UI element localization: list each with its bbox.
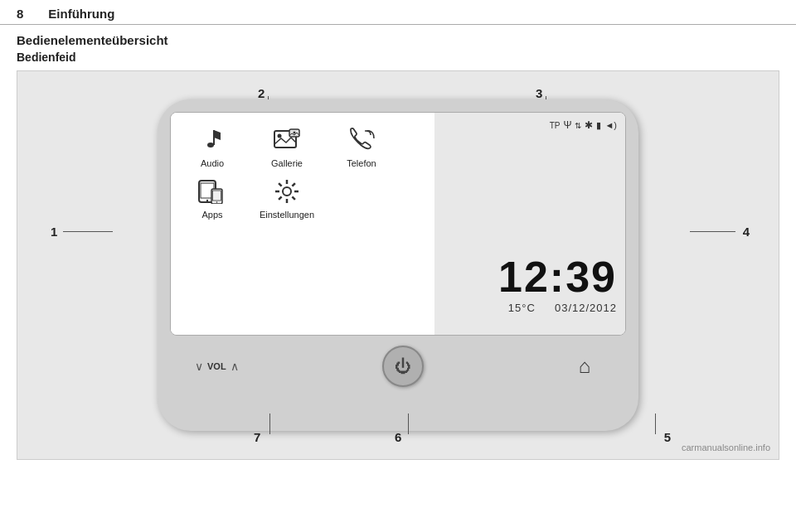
vol-down-icon[interactable]: ∨ <box>195 360 203 373</box>
annotation-2: 2 <box>258 86 265 100</box>
clock-area: 12:39 15°C 03/12/2012 <box>498 255 617 314</box>
page-chapter: Einführung <box>48 7 114 21</box>
annotation-6: 6 <box>395 430 401 444</box>
section-title: Bedienelementeübersicht <box>0 25 796 49</box>
gallery-icon <box>273 125 301 155</box>
home-icon: ⌂ <box>579 355 591 378</box>
annotation-1: 1 <box>51 225 57 239</box>
status-arrows: ⇅ <box>575 121 581 130</box>
page-wrapper: 8 Einführung Bedienelementeübersicht Bed… <box>0 0 796 460</box>
status-signal: Ψ <box>563 119 571 131</box>
vol-control[interactable]: ∨ VOL ∧ <box>195 360 239 373</box>
page-number: 8 <box>17 7 23 21</box>
apps-icon <box>198 177 226 206</box>
annotation-7: 7 <box>254 430 260 444</box>
svg-point-7 <box>206 200 208 201</box>
apps-label: Apps <box>201 210 222 220</box>
settings-icon <box>274 177 300 206</box>
annotation-5: 5 <box>664 430 671 444</box>
vol-label: VOL <box>207 361 226 371</box>
menu-item-gallery[interactable]: Gallerie <box>258 125 316 168</box>
gallery-label: Gallerie <box>271 158 303 168</box>
status-tp: TP <box>550 121 561 130</box>
clock-date-line: 15°C 03/12/2012 <box>508 302 617 314</box>
status-bluetooth: ✱ <box>585 119 593 131</box>
phone-label: Telefon <box>347 158 376 168</box>
svg-line-17 <box>292 196 295 200</box>
status-battery: ▮ <box>596 120 601 131</box>
vol-up-icon[interactable]: ∧ <box>231 360 239 373</box>
menu-row-1: Audio <box>183 125 426 168</box>
svg-line-18 <box>292 183 295 186</box>
svg-line-19 <box>279 196 282 200</box>
clock-time: 12:39 <box>498 255 617 298</box>
annotation-4: 4 <box>743 225 750 239</box>
audio-label: Audio <box>201 158 224 168</box>
svg-line-16 <box>279 183 282 186</box>
screen: Audio <box>170 112 626 336</box>
svg-point-2 <box>278 134 282 138</box>
status-volume: ◄) <box>604 120 617 130</box>
menu-item-apps[interactable]: Apps <box>183 177 241 220</box>
audio-icon <box>199 125 226 155</box>
clock-temp: 15°C <box>508 302 536 314</box>
settings-label: Einstellungen <box>260 210 314 220</box>
section-subtitle: Bedienfeid <box>0 49 796 70</box>
svg-point-0 <box>207 143 214 148</box>
menu-item-phone[interactable]: Telefon <box>332 125 391 168</box>
diagram-container: 1 2 3 4 <box>17 70 779 460</box>
watermark: carmanualsonline.info <box>682 443 770 452</box>
menu-row-2: Apps <box>183 177 426 220</box>
svg-point-10 <box>216 201 218 203</box>
screen-left: Audio <box>171 113 434 335</box>
clock-date: 03/12/2012 <box>555 302 617 314</box>
device: Audio <box>158 99 638 431</box>
home-button[interactable]: ⌂ <box>568 350 601 383</box>
power-icon: ⏻ <box>395 357 411 376</box>
screen-right: TP Ψ ⇅ ✱ ▮ ◄) 12:39 15°C 03/12/2012 <box>434 113 625 335</box>
status-bar: TP Ψ ⇅ ✱ ▮ ◄) <box>443 119 617 131</box>
power-button[interactable]: ⏻ <box>382 346 424 387</box>
phone-icon <box>347 125 376 155</box>
menu-item-audio[interactable]: Audio <box>183 125 241 168</box>
bottom-controls: ∨ VOL ∧ ⏻ ⌂ <box>170 336 626 387</box>
annotation-3: 3 <box>536 86 542 100</box>
page-header: 8 Einführung <box>0 0 796 25</box>
svg-point-11 <box>283 187 291 196</box>
menu-item-settings[interactable]: Einstellungen <box>258 177 316 220</box>
svg-point-4 <box>294 132 296 134</box>
